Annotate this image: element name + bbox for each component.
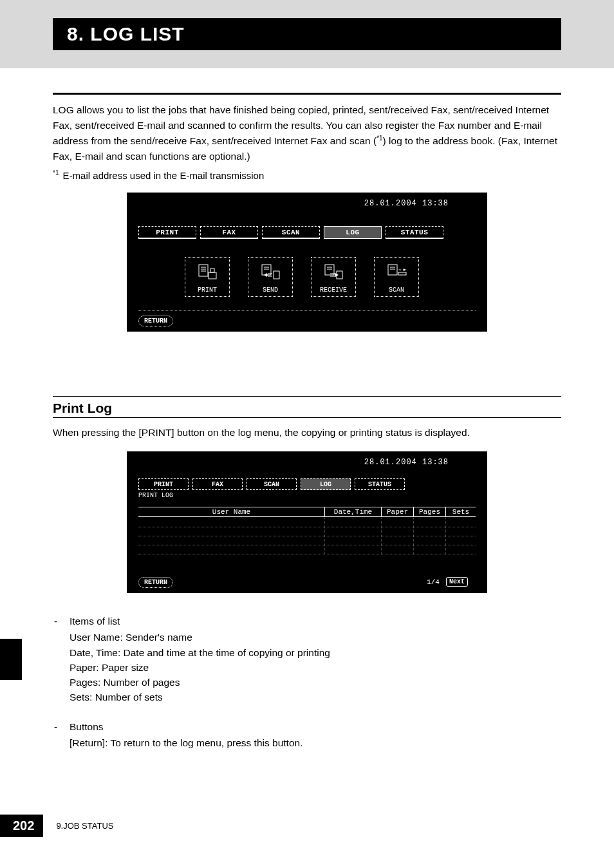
svg-rect-10 [274, 271, 279, 279]
col-datetime: Date,Time [325, 507, 382, 516]
table-header: User Name Date,Time Paper Pages Sets [138, 507, 476, 517]
svg-rect-0 [199, 265, 208, 276]
items-line-2: Date, Time: Date and time at the time of… [53, 645, 561, 660]
page-footer: 202 9.JOB STATUS [0, 815, 113, 837]
tab-scan[interactable]: SCAN [262, 226, 320, 239]
side-thumb-tab [0, 639, 22, 680]
log-menu-screenshot: 28.01.2004 13:38 PRINT FAX SCAN LOG STAT… [127, 193, 487, 332]
tab-fax[interactable]: FAX [200, 226, 258, 239]
section-title: Print Log [53, 398, 561, 417]
footer-chapter-text: 9.JOB STATUS [56, 821, 113, 831]
items-list-block: - Items of list User Name: Sender's name… [53, 614, 561, 705]
svg-rect-4 [209, 272, 216, 279]
footnote-marker: *1 [53, 169, 59, 176]
tab-log-2[interactable]: LOG [301, 478, 351, 490]
log-send-label: SEND [263, 287, 278, 294]
items-heading: Items of list [70, 614, 120, 628]
footnote-text: E-mail address used in the E-mail transm… [60, 170, 264, 181]
table-row [138, 545, 476, 554]
tab-print[interactable]: PRINT [138, 226, 196, 239]
svg-rect-5 [210, 269, 214, 272]
items-line-4: Pages: Number of pages [53, 675, 561, 690]
tab-status-2[interactable]: STATUS [355, 478, 405, 490]
tab-status[interactable]: STATUS [386, 226, 443, 239]
tab-scan-2[interactable]: SCAN [247, 478, 297, 490]
page-indicator: 1/4 [427, 578, 440, 586]
col-sets: Sets [446, 507, 476, 516]
list-item: - Items of list [53, 614, 561, 628]
log-scan-label: SCAN [389, 287, 404, 294]
next-button[interactable]: Next [446, 577, 468, 587]
items-line-3: Paper: Paper size [53, 660, 561, 675]
tab-print-2[interactable]: PRINT [138, 478, 189, 490]
col-user: User Name [138, 507, 325, 516]
return-button-2[interactable]: RETURN [138, 577, 173, 588]
table-row [138, 518, 476, 527]
log-receive-button[interactable]: RECEIVE [311, 257, 356, 297]
screen-divider [138, 310, 476, 311]
col-pages: Pages [414, 507, 446, 516]
buttons-line-1: [Return]: To return to the log menu, pre… [53, 735, 561, 750]
log-send-button[interactable]: SEND [248, 257, 293, 297]
tab-row-2: PRINT FAX SCAN LOG STATUS [138, 478, 476, 490]
footnote: *1 E-mail address used in the E-mail tra… [53, 169, 561, 181]
tab-fax-2[interactable]: FAX [192, 478, 243, 490]
list-item: - Buttons [53, 719, 561, 734]
chapter-title: 8. LOG LIST [53, 18, 561, 50]
tab-log[interactable]: LOG [324, 226, 382, 239]
header-band: 8. LOG LIST [0, 0, 614, 68]
section-rule-bottom [53, 417, 561, 418]
scan-icon [386, 262, 407, 284]
print-log-screenshot: 28.01.2004 13:38 PRINT FAX SCAN LOG STAT… [127, 451, 487, 593]
buttons-list-block: - Buttons [Return]: To return to the log… [53, 719, 561, 751]
buttons-heading: Buttons [70, 719, 104, 734]
table-body [138, 518, 476, 554]
items-line-5: Sets: Number of sets [53, 690, 561, 704]
log-receive-label: RECEIVE [320, 287, 347, 294]
dash-marker: - [53, 719, 70, 734]
screen-timestamp: 28.01.2004 13:38 [364, 199, 449, 208]
receive-icon [322, 262, 344, 284]
section-paragraph: When pressing the [PRINT] button on the … [53, 427, 561, 439]
screen-timestamp-2: 28.01.2004 13:38 [364, 458, 449, 467]
log-scan-button[interactable]: SCAN [374, 257, 419, 297]
intro-footnote-ref: *1 [377, 135, 382, 142]
dash-marker: - [53, 614, 70, 628]
col-paper: Paper [382, 507, 414, 516]
table-row [138, 527, 476, 536]
pager: 1/4 Next [427, 577, 468, 587]
intro-paragraph: LOG allows you to list the jobs that hav… [53, 102, 561, 164]
log-print-label: PRINT [198, 287, 217, 294]
table-row [138, 536, 476, 545]
section-rule-top [53, 396, 561, 397]
print-log-sublabel: PRINT LOG [138, 492, 476, 499]
items-line-1: User Name: Sender's name [53, 630, 561, 645]
svg-rect-19 [398, 272, 406, 275]
page-number: 202 [0, 815, 43, 837]
send-icon [259, 262, 281, 284]
return-button[interactable]: RETURN [138, 316, 173, 326]
section-heading-wrap: Print Log [53, 396, 561, 418]
log-buttons-row: PRINT SEND [185, 257, 476, 297]
log-print-button[interactable]: PRINT [185, 257, 230, 297]
svg-marker-9 [264, 273, 267, 277]
printer-icon [196, 262, 218, 284]
tab-row: PRINT FAX SCAN LOG STATUS [138, 226, 476, 239]
svg-rect-16 [388, 265, 397, 275]
main-content: LOG allows you to list the jobs that hav… [0, 93, 614, 750]
divider-top [53, 93, 561, 95]
svg-marker-21 [404, 269, 406, 271]
